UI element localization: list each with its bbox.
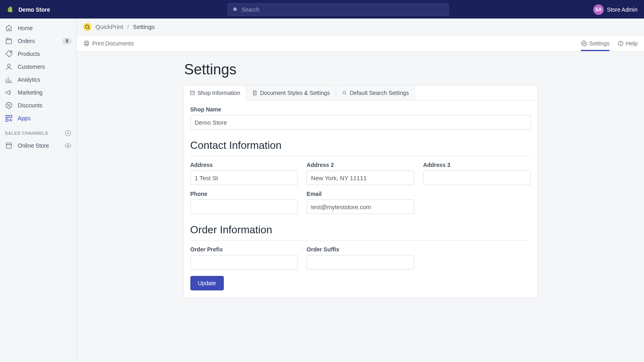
svg-point-5	[8, 104, 8, 105]
settings-icon	[581, 40, 587, 47]
breadcrumb: QuickPrint / Settings	[77, 19, 644, 35]
phone-label: Phone	[190, 191, 298, 197]
sidebar-item-label: Analytics	[18, 76, 40, 83]
orders-badge: 8	[62, 38, 72, 44]
sidebar-item-analytics[interactable]: Analytics	[0, 73, 76, 86]
shopify-icon	[6, 6, 14, 14]
order-prefix-input[interactable]	[190, 255, 298, 269]
update-button[interactable]: Update	[190, 276, 224, 290]
content: Settings Shop Information Document Style…	[77, 51, 644, 362]
svg-point-19	[621, 44, 621, 45]
sales-channels-heading: SALES CHANNELS	[0, 125, 76, 139]
sidebar-item-customers[interactable]: Customers	[0, 60, 76, 73]
print-icon	[83, 40, 90, 47]
breadcrumb-sep: /	[127, 24, 129, 30]
sidebar-item-marketing[interactable]: Marketing	[0, 86, 76, 99]
discounts-icon	[5, 101, 13, 109]
help-icon	[617, 40, 624, 47]
sidebar-item-label: Home	[18, 25, 33, 31]
page-title: Settings	[184, 61, 538, 78]
sidebar-item-label: Customers	[18, 64, 45, 70]
sidebar-item-label: Orders	[18, 38, 35, 44]
app-toolbar: Print Documents Settings Help	[77, 35, 644, 51]
phone-input[interactable]	[190, 200, 298, 214]
svg-point-0	[233, 7, 237, 11]
search-input[interactable]	[242, 6, 444, 13]
contact-heading: Contact Information	[190, 139, 531, 156]
toolbar-help-tab[interactable]: Help	[617, 36, 638, 51]
svg-point-17	[583, 43, 585, 44]
svg-rect-7	[6, 115, 8, 118]
settings-card: Shop Information Document Styles & Setti…	[184, 85, 538, 298]
address3-label: Address 3	[423, 162, 530, 168]
order-suffix-input[interactable]	[307, 255, 414, 269]
address-input[interactable]	[190, 171, 298, 185]
toolbar-settings-tab[interactable]: Settings	[581, 36, 610, 51]
svg-point-2	[10, 52, 11, 53]
sidebar-item-orders[interactable]: Orders 8	[0, 35, 76, 47]
marketing-icon	[5, 88, 13, 97]
document-icon	[252, 90, 258, 96]
print-documents-link[interactable]: Print Documents	[83, 40, 134, 47]
address2-input[interactable]	[307, 171, 414, 185]
sidebar-item-label: Products	[18, 51, 40, 57]
tab-default-search[interactable]: Default Search Settings	[336, 86, 415, 100]
store-icon	[5, 142, 13, 150]
order-prefix-label: Order Prefix	[190, 246, 298, 253]
order-heading: Order Information	[190, 224, 531, 241]
sidebar-item-home[interactable]: Home	[0, 22, 76, 35]
settings-tabs: Shop Information Document Styles & Setti…	[184, 86, 537, 101]
email-input[interactable]	[307, 200, 414, 214]
address3-input[interactable]	[423, 171, 530, 185]
shop-name-input[interactable]	[190, 115, 531, 130]
svg-rect-20	[190, 91, 194, 95]
app-logo-icon	[83, 23, 91, 31]
tab-document-styles[interactable]: Document Styles & Settings	[246, 86, 336, 100]
breadcrumb-app[interactable]: QuickPrint	[95, 23, 123, 30]
channel-label: Online Store	[18, 142, 49, 149]
email-label: Email	[307, 191, 414, 197]
order-suffix-label: Order Suffix	[307, 246, 414, 253]
address-label: Address	[190, 162, 298, 168]
apps-icon	[5, 114, 13, 122]
global-search[interactable]	[227, 3, 449, 16]
sidebar-item-apps[interactable]: Apps	[0, 112, 76, 125]
user-name: Store Admin	[607, 6, 638, 13]
breadcrumb-current: Settings	[133, 23, 155, 30]
sidebar: Home Orders 8 Products Customers Analyti…	[0, 19, 76, 362]
channel-online-store[interactable]: Online Store	[0, 139, 76, 152]
main: QuickPrint / Settings Print Documents Se…	[76, 19, 644, 362]
orders-icon	[5, 37, 13, 45]
search-icon	[232, 6, 239, 13]
address2-label: Address 2	[307, 162, 414, 168]
sidebar-item-label: Marketing	[18, 89, 42, 96]
products-icon	[5, 50, 13, 58]
eye-icon[interactable]	[64, 142, 72, 149]
topbar: Demo Store SA Store Admin	[0, 0, 644, 19]
avatar: SA	[593, 4, 604, 15]
home-icon	[5, 24, 13, 32]
analytics-icon	[5, 76, 13, 84]
shop-icon	[190, 90, 195, 96]
svg-line-13	[88, 28, 89, 29]
svg-rect-16	[85, 44, 88, 46]
svg-point-22	[343, 91, 345, 94]
svg-rect-9	[6, 119, 8, 121]
tab-shop-information[interactable]: Shop Information	[184, 86, 247, 101]
store-switcher[interactable]: Demo Store	[6, 6, 83, 14]
sidebar-item-label: Discounts	[18, 102, 42, 109]
plus-circle-icon[interactable]	[64, 130, 72, 137]
store-name: Demo Store	[19, 6, 50, 13]
user-menu[interactable]: SA Store Admin	[593, 4, 638, 15]
svg-point-3	[8, 64, 10, 67]
sidebar-item-discounts[interactable]: Discounts	[0, 99, 76, 112]
search-icon	[342, 90, 347, 96]
svg-rect-8	[10, 115, 12, 118]
svg-point-12	[85, 25, 89, 28]
sidebar-item-products[interactable]: Products	[0, 47, 76, 60]
svg-point-6	[10, 106, 10, 107]
sidebar-item-label: Apps	[18, 115, 31, 121]
svg-point-11	[67, 145, 69, 147]
svg-line-1	[236, 10, 238, 12]
shop-name-label: Shop Name	[190, 106, 531, 113]
